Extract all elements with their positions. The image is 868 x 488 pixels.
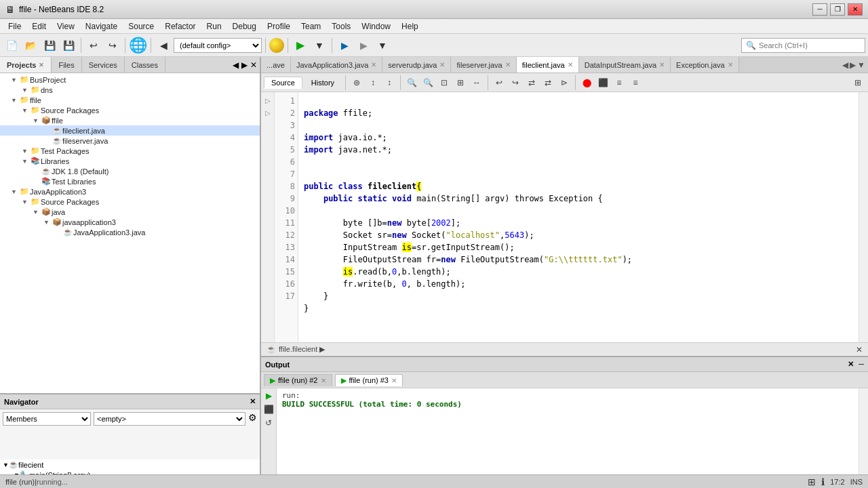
output-tab-run3-close[interactable]: ✕ — [391, 377, 397, 384]
etab-list-button[interactable]: ▼ — [857, 60, 865, 70]
etab-fileclient-close[interactable]: ✕ — [568, 61, 573, 68]
menu-run[interactable]: Run — [201, 20, 227, 33]
filter-select[interactable]: <empty> — [94, 412, 245, 426]
menu-help[interactable]: Help — [396, 20, 424, 33]
nav-close-button[interactable]: ✕ — [250, 397, 256, 406]
breadcrumb-text[interactable]: ffile.filecient ▶ — [279, 345, 325, 354]
close-pane-button[interactable]: ✕ — [250, 60, 257, 70]
profile-button[interactable]: ▶ — [355, 37, 372, 54]
zoom-in-button[interactable]: 🔍 — [404, 75, 419, 90]
output-close[interactable]: ✕ — [848, 360, 854, 368]
output-rerun-button[interactable]: ↺ — [262, 417, 275, 429]
menu-view[interactable]: View — [52, 20, 80, 33]
new-project-button[interactable]: 📄 — [3, 37, 20, 54]
src-btn-10[interactable]: ⊳ — [557, 75, 572, 90]
etab-fileserver[interactable]: fileserver.java ✕ — [451, 57, 516, 73]
src-btn-13[interactable]: ≡ — [612, 75, 627, 90]
output-tab-run3[interactable]: ▶ ffile (run) #3 ✕ — [335, 374, 403, 386]
output-stop-button[interactable]: ⬛ — [262, 403, 275, 415]
etab-serverudp[interactable]: serverudp.java ✕ — [382, 57, 451, 73]
editor-scrollbar[interactable] — [859, 92, 868, 342]
etab-exception[interactable]: Exception.java ✕ — [671, 57, 739, 73]
output-tab-run2[interactable]: ▶ ffile (run) #2 ✕ — [264, 374, 332, 386]
tab-right-arrow[interactable]: ▶ — [241, 60, 248, 70]
tab-left-arrow[interactable]: ◀ — [233, 60, 239, 70]
etab-next-button[interactable]: ▶ — [850, 60, 856, 70]
minimize-button[interactable]: ─ — [812, 3, 827, 16]
collapse-marker-7[interactable]: ▷ — [265, 95, 271, 107]
tree-item-javaapp3-java[interactable]: ☕ JavaApplication3.java — [0, 227, 260, 237]
open-project-button[interactable]: 📂 — [22, 37, 39, 54]
etab-javaapp3-close[interactable]: ✕ — [371, 61, 376, 68]
back-button[interactable]: ◀ — [155, 37, 172, 54]
tree-item-libraries[interactable]: ▼ 📚 Libraries — [0, 156, 260, 166]
src-btn-14[interactable]: ≡ — [628, 75, 643, 90]
src-btn-7[interactable]: ↪ — [508, 75, 523, 90]
src-btn-6[interactable]: ↩ — [492, 75, 507, 90]
menu-team[interactable]: Team — [296, 20, 326, 33]
etab-fileserver-close[interactable]: ✕ — [505, 61, 511, 68]
tree-item-ffile[interactable]: ▼ 📁 ffile — [0, 95, 260, 105]
etab-prev-button[interactable]: ◀ — [842, 60, 848, 70]
menu-profile[interactable]: Profile — [262, 20, 296, 33]
etab-serverudp-close[interactable]: ✕ — [439, 61, 445, 68]
src-btn-3[interactable]: ↕ — [382, 75, 397, 90]
nav-filecient[interactable]: ▼ ☕ filecient — [0, 460, 260, 470]
tree-item-test-packages[interactable]: ▼ 📁 Test Packages — [0, 146, 260, 156]
tree-item-jdk[interactable]: ☕ JDK 1.8 (Default) — [0, 166, 260, 176]
tab-classes[interactable]: Classes — [125, 57, 165, 73]
redo-button[interactable]: ↪ — [104, 37, 121, 54]
code-editor[interactable]: package ffile; import java.io.*; import … — [298, 92, 859, 342]
output-tab-run2-close[interactable]: ✕ — [321, 377, 326, 384]
src-btn-9[interactable]: ⇄ — [540, 75, 555, 90]
tab-projects[interactable]: Projects ✕ — [0, 57, 52, 73]
search-input[interactable] — [759, 41, 861, 49]
projects-tab-close[interactable]: ✕ — [39, 62, 44, 68]
run-button[interactable]: ▶ — [292, 37, 309, 54]
debug-button[interactable]: ▶ — [336, 37, 353, 54]
collapse-marker-8[interactable]: ▷ — [265, 107, 271, 119]
etab-javaapp3[interactable]: JavaApplication3.java ✕ — [291, 57, 382, 73]
tab-services[interactable]: Services — [82, 57, 125, 73]
etab-exception-close[interactable]: ✕ — [728, 61, 733, 68]
tree-item-ffile-package[interactable]: ▼ 📦 ffile — [0, 115, 260, 125]
menu-tools[interactable]: Tools — [326, 20, 356, 33]
src-btn-11[interactable]: ⬤ — [579, 75, 594, 90]
tab-files[interactable]: Files — [52, 57, 81, 73]
tree-item-busproject[interactable]: ▼ 📁 BusProject — [0, 75, 260, 85]
restore-button[interactable]: ❐ — [830, 3, 845, 16]
output-scrollbar[interactable] — [859, 388, 868, 474]
src-btn-12[interactable]: ⬛ — [595, 75, 610, 90]
output-minimize[interactable]: ─ — [859, 360, 864, 368]
tree-item-test-libraries[interactable]: 📚 Test Libraries — [0, 176, 260, 186]
breadcrumb-close[interactable]: ✕ — [856, 345, 863, 354]
menu-file[interactable]: File — [3, 20, 26, 33]
undo-button[interactable]: ↩ — [85, 37, 102, 54]
maximize-editor-button[interactable]: ⊞ — [850, 75, 865, 90]
tree-item-javaapp3-package[interactable]: ▼ 📦 javaapplication3 — [0, 217, 260, 227]
run-dropdown-button[interactable]: ▼ — [311, 37, 328, 54]
menu-edit[interactable]: Edit — [26, 20, 52, 33]
menu-refactor[interactable]: Refactor — [159, 20, 201, 33]
src-btn-8[interactable]: ⇄ — [524, 75, 539, 90]
menu-navigate[interactable]: Navigate — [80, 20, 123, 33]
src-btn-1[interactable]: ⊛ — [349, 75, 364, 90]
tree-item-java-package[interactable]: ▼ 📦 java — [0, 207, 260, 217]
tree-item-javaapp3-src[interactable]: ▼ 📁 Source Packages — [0, 197, 260, 207]
fit-button[interactable]: ⊡ — [437, 75, 452, 90]
profile-dropdown[interactable]: ▼ — [374, 37, 391, 54]
save-all-button[interactable]: 💾 — [60, 37, 77, 54]
config-select[interactable]: (default config> — [174, 38, 262, 53]
menu-window[interactable]: Window — [356, 20, 396, 33]
etab-datainputstream-close[interactable]: ✕ — [659, 61, 665, 68]
zoom-out-button[interactable]: 🔍 — [420, 75, 435, 90]
members-select[interactable]: Members — [3, 412, 91, 426]
nav-config-icon[interactable]: ⚙ — [248, 412, 257, 457]
src-btn-4[interactable]: ⊞ — [453, 75, 468, 90]
menu-debug[interactable]: Debug — [227, 20, 262, 33]
tree-item-dns[interactable]: ▼ 📁 dns — [0, 85, 260, 95]
tree-item-javaapp3[interactable]: ▼ 📁 JavaApplication3 — [0, 186, 260, 197]
output-run-button[interactable]: ▶ — [262, 390, 275, 402]
tree-item-fileserver[interactable]: ☕ fileserver.java — [0, 136, 260, 146]
menu-source[interactable]: Source — [123, 20, 159, 33]
